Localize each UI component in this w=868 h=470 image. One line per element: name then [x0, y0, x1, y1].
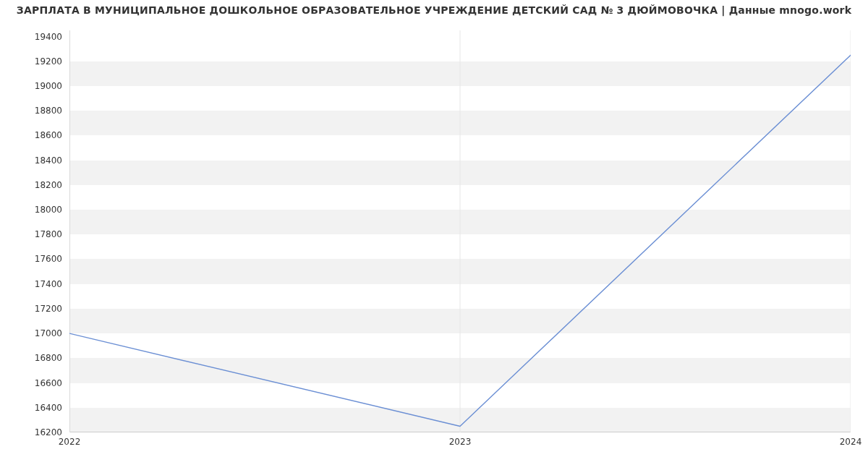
x-tick-label: 2023 [449, 437, 472, 447]
plot-svg [69, 30, 851, 432]
chart-container: ЗАРПЛАТА В МУНИЦИПАЛЬНОЕ ДОШКОЛЬНОЕ ОБРА… [0, 0, 868, 470]
y-tick-label: 18800 [26, 106, 62, 116]
chart-title: ЗАРПЛАТА В МУНИЦИПАЛЬНОЕ ДОШКОЛЬНОЕ ОБРА… [0, 4, 868, 16]
y-tick-label: 18200 [26, 180, 62, 190]
x-tick-label: 2022 [59, 437, 81, 447]
y-tick-label: 17600 [26, 254, 62, 264]
y-tick-label: 18400 [26, 155, 62, 166]
y-tick-label: 16800 [26, 353, 62, 363]
plot-area: 1620016400166001680017000172001740017600… [69, 30, 851, 432]
y-tick-label: 19400 [26, 32, 62, 42]
y-tick-label: 18600 [26, 130, 62, 140]
y-tick-label: 17200 [26, 304, 62, 314]
y-tick-label: 17400 [26, 279, 62, 289]
y-tick-label: 18000 [26, 205, 62, 215]
y-tick-label: 17800 [26, 229, 62, 239]
y-tick-label: 16600 [26, 378, 62, 388]
y-tick-label: 19200 [26, 56, 62, 67]
y-tick-label: 17000 [26, 328, 62, 338]
y-tick-label: 16200 [26, 427, 62, 437]
y-tick-label: 16400 [26, 403, 62, 413]
y-tick-label: 19000 [26, 81, 62, 91]
x-tick-label: 2024 [840, 437, 862, 447]
